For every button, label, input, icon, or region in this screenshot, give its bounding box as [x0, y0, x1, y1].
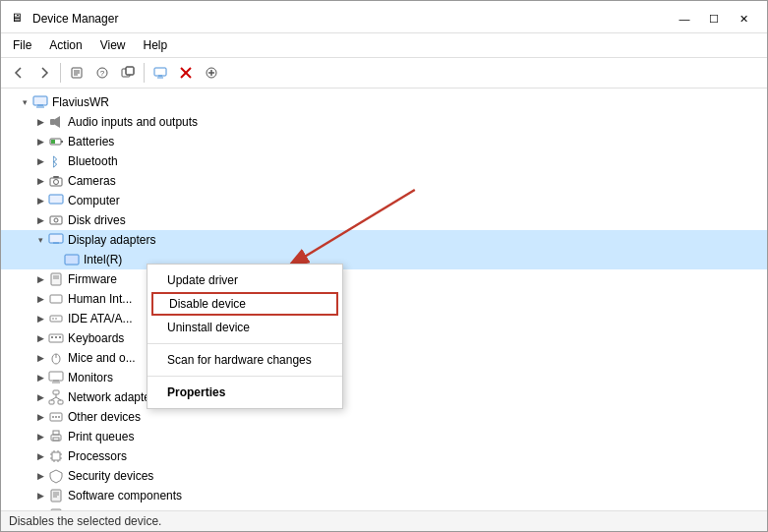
mice-label: Mice and o...	[68, 351, 136, 365]
expander[interactable]: ▶	[32, 311, 48, 326]
ctx-disable-device[interactable]: Disable device	[151, 292, 338, 316]
tree-item-display[interactable]: ▾ Display adapters	[1, 230, 767, 250]
tree-item-batteries[interactable]: ▶ Batteries	[1, 132, 767, 151]
svg-rect-77	[51, 509, 61, 510]
tree-item-mice[interactable]: ▶ Mice and o...	[1, 348, 767, 368]
svg-point-59	[55, 416, 57, 418]
toolbar-add[interactable]	[200, 61, 223, 85]
status-bar: Disables the selected device.	[1, 510, 767, 531]
ctx-separator-1	[148, 343, 342, 344]
tree-item-network[interactable]: ▶ Network adapters	[1, 387, 767, 407]
tree-item-processors[interactable]: ▶ Processors	[1, 446, 767, 466]
svg-rect-64	[52, 452, 60, 460]
expander[interactable]: ▶	[32, 173, 48, 189]
keyboard-icon	[48, 330, 64, 346]
expander[interactable]: ▶	[32, 507, 48, 510]
tree-item-audio[interactable]: ▶ Audio inputs and outputs	[1, 112, 767, 132]
ide-icon	[48, 311, 64, 326]
toolbar-sep-1	[60, 63, 61, 83]
tree-item-security[interactable]: ▶ Security devices	[1, 466, 767, 486]
maximize-button[interactable]: ☐	[700, 9, 728, 29]
close-button[interactable]: ✕	[730, 9, 757, 29]
human-icon	[48, 291, 64, 307]
toolbar-forward[interactable]	[32, 61, 56, 85]
expander[interactable]: ▶	[32, 370, 48, 385]
menu-file[interactable]: File	[5, 35, 39, 55]
tree-root[interactable]: ▾ FlaviusWR	[1, 92, 767, 112]
toolbar-update[interactable]: ?	[90, 61, 114, 85]
svg-rect-48	[49, 372, 63, 381]
window-icon: 🖥	[11, 11, 27, 27]
expander[interactable]: ▶	[32, 153, 48, 169]
tree-item-other[interactable]: ▶ Other devices	[1, 407, 767, 427]
ctx-properties[interactable]: Properties	[148, 381, 342, 404]
svg-rect-62	[53, 431, 59, 435]
menu-action[interactable]: Action	[41, 35, 89, 55]
toolbar-delete[interactable]	[174, 61, 198, 85]
tree-item-firmware[interactable]: ▶ Firmware	[1, 269, 767, 289]
expander[interactable]: ▶	[32, 488, 48, 503]
svg-line-56	[56, 397, 61, 400]
batteries-icon	[48, 134, 64, 149]
monitor-icon	[48, 370, 64, 385]
svg-point-58	[52, 416, 54, 418]
other-label: Other devices	[68, 410, 141, 424]
security-label: Security devices	[68, 469, 153, 483]
print-icon	[48, 429, 64, 444]
svg-rect-24	[51, 140, 55, 144]
expander[interactable]: ▶	[32, 134, 48, 149]
software-comp-label: Software components	[68, 489, 182, 502]
expander[interactable]: ▾	[32, 232, 48, 248]
ctx-uninstall-device[interactable]: Uninstall device	[148, 316, 342, 339]
expander[interactable]: ▶	[32, 409, 48, 425]
expander[interactable]: ▶	[32, 350, 48, 366]
tree-item-ide[interactable]: ▶ IDE ATA/A...	[1, 309, 767, 328]
tree-item-bluetooth[interactable]: ▶ ᛒ Bluetooth	[1, 151, 767, 171]
computer-label: Computer	[68, 194, 120, 207]
disk-icon	[48, 212, 64, 228]
svg-rect-52	[49, 400, 54, 404]
svg-rect-29	[49, 195, 63, 204]
tree-item-print[interactable]: ▶ Print queues	[1, 427, 767, 446]
tree-item-keyboards[interactable]: ▶ Keyboards	[1, 328, 767, 348]
tree-view[interactable]: ▾ FlaviusWR ▶ Audio inputs and outputs	[1, 89, 767, 510]
expander[interactable]: ▶	[32, 429, 48, 444]
svg-rect-35	[51, 273, 61, 285]
tree-item-monitors[interactable]: ▶ Monitors	[1, 368, 767, 387]
expander[interactable]: ▶	[32, 389, 48, 405]
toolbar-properties[interactable]	[65, 61, 89, 85]
expander[interactable]: ▶	[32, 448, 48, 464]
menu-view[interactable]: View	[92, 35, 134, 55]
expander[interactable]: ▶	[32, 212, 48, 228]
human-label: Human Int...	[68, 292, 132, 306]
status-text: Disables the selected device.	[9, 514, 161, 528]
tree-item-human[interactable]: ▶ Human Int...	[1, 289, 767, 309]
toolbar-scan[interactable]	[116, 61, 140, 85]
expander[interactable]: ▶	[32, 193, 48, 208]
bluetooth-label: Bluetooth	[68, 154, 118, 168]
tree-item-disk[interactable]: ▶ Disk drives	[1, 210, 767, 230]
no-expander: ▶	[48, 252, 64, 267]
display-icon	[48, 232, 64, 248]
tree-item-intel[interactable]: ▶ Intel(R)	[1, 250, 767, 269]
expander[interactable]: ▶	[32, 291, 48, 307]
svg-rect-43	[51, 336, 53, 338]
firmware-label: Firmware	[68, 272, 117, 286]
tree-item-computer[interactable]: ▶ Computer	[1, 191, 767, 210]
root-expander[interactable]: ▾	[17, 94, 32, 110]
expander[interactable]: ▶	[32, 114, 48, 130]
minimize-button[interactable]: —	[671, 9, 698, 29]
tree-item-software-dev[interactable]: ▶ Software devices	[1, 505, 767, 510]
expander[interactable]: ▶	[32, 330, 48, 346]
menu-help[interactable]: Help	[136, 35, 176, 55]
tree-item-software-comp[interactable]: ▶ Software components	[1, 486, 767, 505]
toolbar-computer[interactable]	[148, 61, 172, 85]
context-menu: Update driver Disable device Uninstall d…	[147, 264, 343, 409]
ctx-update-driver[interactable]: Update driver	[148, 268, 342, 292]
expander[interactable]: ▶	[32, 271, 48, 287]
tree-item-cameras[interactable]: ▶ Cameras	[1, 171, 767, 191]
toolbar-back[interactable]	[7, 61, 30, 85]
intel-icon	[64, 252, 80, 267]
expander[interactable]: ▶	[32, 468, 48, 484]
ctx-scan-hardware[interactable]: Scan for hardware changes	[148, 348, 342, 372]
